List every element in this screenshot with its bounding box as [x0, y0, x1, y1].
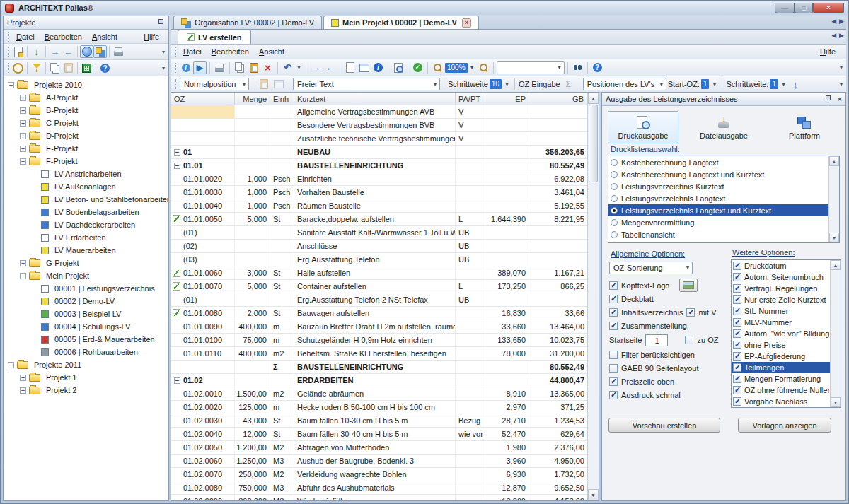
expand-icon[interactable]: +	[20, 375, 26, 381]
radio-icon[interactable]	[611, 207, 618, 214]
print-list-scrollbar[interactable]: ▲ ▼	[828, 156, 839, 242]
copy-icon[interactable]	[233, 61, 246, 74]
radio-icon[interactable]	[611, 171, 618, 178]
menu-bearbeiten[interactable]: Bearbeiten	[40, 31, 87, 42]
radio-icon[interactable]	[611, 219, 618, 226]
start-oz-value[interactable]: 1	[701, 79, 710, 89]
checkbox-icon[interactable]	[733, 341, 741, 349]
scroll-up-icon[interactable]: ▲	[829, 156, 839, 166]
info-circle-icon[interactable]	[371, 61, 385, 74]
more-option[interactable]: EP-Aufgliederung	[732, 351, 830, 362]
logo-image-button[interactable]	[679, 279, 698, 292]
deckblatt-checkbox[interactable]	[609, 295, 618, 303]
more-option[interactable]: MLV-Nummer	[732, 317, 830, 328]
collapse-icon[interactable]: −	[174, 163, 180, 169]
checkbox-icon[interactable]	[733, 363, 741, 372]
toolbar-overflow-icon[interactable]: ▾	[159, 61, 168, 74]
print-preview-icon[interactable]	[391, 61, 405, 74]
more-option[interactable]: Nur erste Zeile Kurztext	[732, 294, 830, 305]
option-gaeb[interactable]: GAEB 90 Seitenlayout	[609, 361, 728, 375]
table-row[interactable]: 01.02.0090300,000M3Wiedereinfüllen13,860…	[171, 495, 587, 500]
send-icon[interactable]	[193, 61, 207, 74]
paste-icon[interactable]	[247, 61, 260, 74]
undo-dropdown-icon[interactable]: ▾	[295, 61, 303, 74]
table-row[interactable]: 01.01.0090400,000mBauzaun Bretter Draht …	[171, 320, 587, 334]
step-dropdown-icon[interactable]: ▾	[503, 78, 511, 90]
close-panel-icon[interactable]: ×	[838, 95, 842, 103]
scroll-up-icon[interactable]: ▲	[588, 93, 599, 104]
print-list-option[interactable]: Leistungsverzeichnis Langtext und Kurzte…	[608, 204, 828, 216]
print-icon[interactable]	[213, 61, 226, 74]
search-combo[interactable]: ▾	[497, 61, 565, 74]
tree-item[interactable]: −Projekte 2011	[4, 358, 168, 371]
expand-icon[interactable]: +	[20, 120, 26, 127]
tab-scroll-left-icon[interactable]: ◀	[831, 32, 836, 39]
collapse-icon[interactable]: −	[8, 362, 14, 368]
tab-organisation-lv[interactable]: Organisation LV: 00002 | Demo-LV	[173, 16, 322, 29]
table-row[interactable]: 01.01.010075,000mSchutzgeländer H 0,9m H…	[171, 334, 587, 347]
zoom-value[interactable]: 100%	[445, 63, 468, 73]
import-icon[interactable]	[30, 45, 43, 58]
column-header-ep[interactable]: EP	[485, 93, 529, 105]
table-row[interactable]: ΣBAUSTELLENEINRICHTUNG80.552,49	[171, 361, 587, 374]
more-option[interactable]: Autom. "wie vor" Bildung	[732, 328, 830, 339]
toolbar-overflow-icon[interactable]: ▾	[837, 78, 845, 90]
table-vertical-scrollbar[interactable]: ▲ ▼	[587, 93, 599, 500]
scroll-down-icon[interactable]: ▼	[588, 489, 599, 500]
tree-item[interactable]: +B-Projekt	[4, 104, 168, 117]
tree-item[interactable]: +Projekt 1	[4, 371, 168, 384]
zoom-out-icon[interactable]	[477, 61, 490, 74]
kopftext-logo-checkbox[interactable]	[609, 281, 618, 290]
tree-item[interactable]: +Projekt 2	[4, 384, 168, 397]
pin-icon[interactable]	[157, 19, 165, 27]
checkbox-icon[interactable]	[733, 295, 741, 304]
more-option[interactable]: Vertragl. Regelungen	[732, 283, 830, 294]
toolbar-grip[interactable]	[6, 63, 9, 73]
document-icon[interactable]	[343, 61, 357, 74]
free-text-combo[interactable]: Freier Text▾	[293, 78, 440, 90]
tab-scroll-right-icon[interactable]: ▶	[839, 18, 844, 25]
table-row[interactable]: 01.01.00705,000StContainer aufstellenL17…	[171, 280, 587, 293]
table-row[interactable]: −01NEUBAU356.203,65	[171, 146, 587, 159]
tree-item[interactable]: +D-Projekt	[4, 129, 168, 142]
tree-item[interactable]: 00006 | Rohbauarbeiten	[4, 346, 168, 358]
print-list-option[interactable]: Mengenvorermittlung	[608, 216, 828, 228]
tree-item[interactable]: +G-Projekt	[4, 257, 168, 269]
more-option[interactable]: ohne Preise	[732, 339, 830, 351]
tree-item[interactable]: 00004 | Schulungs-LV	[4, 320, 168, 333]
checkbox-icon[interactable]	[733, 352, 741, 361]
collapse-icon[interactable]: −	[8, 82, 14, 88]
tab-scroll-left-icon[interactable]: ◀	[831, 18, 836, 25]
option-ausdruck[interactable]: Ausdruck schmal	[609, 388, 728, 402]
excel-export-icon[interactable]	[80, 61, 93, 74]
print-list-option[interactable]: Kostenberechnung Langtext	[608, 156, 828, 168]
menu-datei[interactable]: Datei	[11, 31, 40, 42]
tree-item[interactable]: LV Dachdeckerarbeiten	[4, 218, 168, 231]
table-row[interactable]: Allgemeine Vertragsbestimmungen AVBV	[171, 105, 587, 119]
tree-item[interactable]: LV Mauerarbeiten	[4, 244, 168, 257]
help-icon[interactable]	[591, 61, 604, 74]
tree-item[interactable]: 00005 | Erd-& Mauerarbeiten	[4, 333, 168, 346]
tab-close-icon[interactable]: ×	[462, 18, 471, 28]
chevron-down-icon[interactable]: ▾	[685, 264, 691, 271]
tree-item[interactable]: 00001 | Leistungsverzeichnis	[4, 282, 168, 295]
scrollbar-thumb[interactable]	[589, 105, 598, 182]
tree-item[interactable]: +A-Projekt	[4, 91, 168, 104]
table-row[interactable]: Zusätzliche technische Vertragsbestimmun…	[171, 132, 587, 146]
transfer-right-icon[interactable]	[48, 45, 62, 58]
tab-mein-projekt-demo-lv[interactable]: Mein Projekt \ 00002 | Demo-LV ×	[323, 16, 479, 29]
menu-ansicht[interactable]: Ansicht	[254, 46, 289, 57]
tree-item[interactable]: LV Beton- und Stahlbetonarbeiten	[4, 193, 168, 206]
column-header-oz[interactable]: OZ	[171, 93, 235, 105]
tree-item[interactable]: −Projekte 2010	[4, 78, 168, 91]
column-header-kurztext[interactable]: Kurztext	[294, 93, 456, 105]
output-tab-dateiausgabe[interactable]: Dateiausgabe	[688, 111, 759, 143]
table-row[interactable]: 01.02.0070250,000M2Verkleidung waagrecht…	[171, 468, 587, 481]
more-option[interactable]: Vorgabe Nachlass	[732, 396, 830, 407]
radio-icon[interactable]	[611, 159, 618, 166]
radio-icon[interactable]	[611, 231, 618, 238]
option-kopftext-logo[interactable]: Kopftext-Logo	[609, 279, 728, 292]
table-row[interactable]: 01.02.00501.200,00M2Abtragen von Mutterb…	[171, 441, 587, 455]
info-icon[interactable]	[179, 61, 192, 74]
scroll-down-icon[interactable]: ▼	[829, 233, 839, 242]
